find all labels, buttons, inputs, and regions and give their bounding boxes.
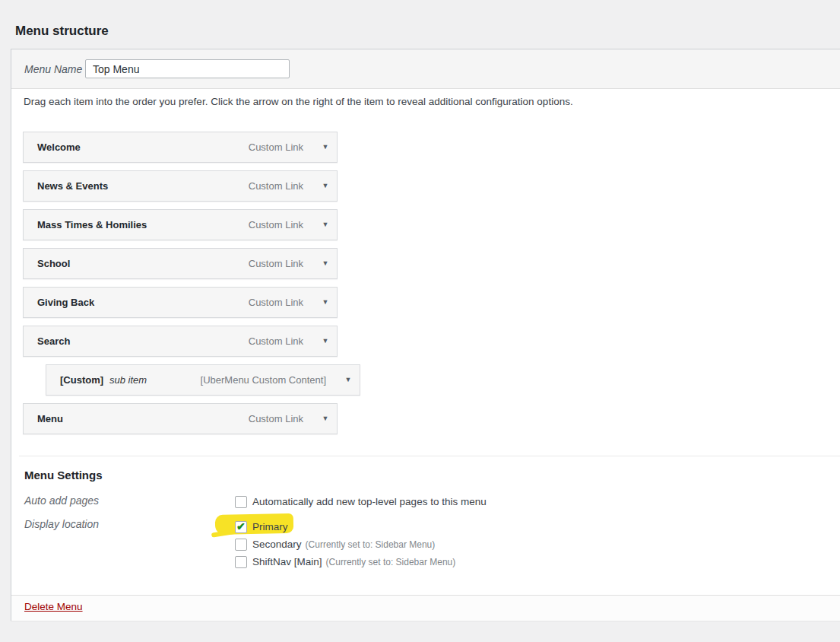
expand-arrow-icon[interactable]: ▼ <box>342 364 354 396</box>
menu-name-input[interactable] <box>85 59 290 78</box>
menu-settings-heading: Menu Settings <box>24 469 103 482</box>
expand-arrow-icon[interactable]: ▼ <box>319 132 331 163</box>
primary-checkbox-label: Primary <box>252 521 288 532</box>
menu-item-school[interactable]: School Custom Link ▼ <box>23 248 338 279</box>
shiftnav-checkbox[interactable] <box>235 556 247 568</box>
auto-add-pages-row: Automatically add new top-level pages to… <box>235 493 487 510</box>
expand-arrow-icon[interactable]: ▼ <box>319 326 331 357</box>
menu-item-welcome[interactable]: Welcome Custom Link ▼ <box>23 132 338 163</box>
menu-item-label: Menu <box>37 413 63 424</box>
secondary-checkbox-label: Secondary <box>252 539 302 550</box>
menu-item-label: Giving Back <box>37 297 94 308</box>
panel-footer: Delete Menu <box>11 595 840 621</box>
menu-name-header: Menu Name <box>11 49 840 89</box>
menu-item-type: Custom Link <box>249 180 303 192</box>
menu-item-label: News & Events <box>37 180 108 192</box>
primary-checkbox[interactable]: ✔ <box>235 521 247 533</box>
expand-arrow-icon[interactable]: ▼ <box>319 403 331 434</box>
secondary-checkbox[interactable] <box>235 539 247 551</box>
menu-item-label: [Custom] <box>60 374 103 386</box>
page-title: Menu structure <box>15 24 109 39</box>
auto-add-pages-label: Auto add pages <box>24 494 99 507</box>
menu-item-mass-times[interactable]: Mass Times & Homilies Custom Link ▼ <box>23 209 338 240</box>
secondary-current-setting-note: (Currently set to: Sidebar Menu) <box>306 539 436 550</box>
menu-item-type: [UberMenu Custom Content] <box>201 374 326 386</box>
menu-item-type: Custom Link <box>249 297 303 308</box>
menu-item-type: Custom Link <box>249 258 303 269</box>
menu-item-giving-back[interactable]: Giving Back Custom Link ▼ <box>23 287 338 318</box>
menu-editor-panel: Menu Name Drag each item into the order … <box>11 49 840 621</box>
display-location-label: Display location <box>24 518 99 530</box>
expand-arrow-icon[interactable]: ▼ <box>319 248 331 279</box>
expand-arrow-icon[interactable]: ▼ <box>319 287 331 318</box>
menu-item-label: Search <box>37 335 70 347</box>
menu-item-label: Welcome <box>37 141 81 153</box>
menu-item-menu[interactable]: Menu Custom Link ▼ <box>23 403 338 434</box>
check-icon: ✔ <box>236 520 246 532</box>
display-location-row-secondary: Secondary (Currently set to: Sidebar Men… <box>235 536 435 553</box>
auto-add-checkbox[interactable] <box>235 496 247 508</box>
drag-instruction: Drag each item into the order you prefer… <box>24 96 573 107</box>
menu-item-label: School <box>37 258 70 269</box>
menu-item-news-events[interactable]: News & Events Custom Link ▼ <box>23 170 338 202</box>
expand-arrow-icon[interactable]: ▼ <box>319 209 331 240</box>
menu-item-label: Mass Times & Homilies <box>37 219 147 230</box>
delete-menu-link[interactable]: Delete Menu <box>24 601 83 612</box>
menu-item-type: Custom Link <box>249 335 303 347</box>
menu-name-label: Menu Name <box>24 49 82 89</box>
menu-item-custom-sub[interactable]: [Custom] sub item [UberMenu Custom Conte… <box>46 364 360 396</box>
display-location-row-shiftnav: ShiftNav [Main] (Currently set to: Sideb… <box>235 553 455 570</box>
expand-arrow-icon[interactable]: ▼ <box>319 170 331 202</box>
menu-item-search[interactable]: Search Custom Link ▼ <box>23 326 338 357</box>
shiftnav-current-setting-note: (Currently set to: Sidebar Menu) <box>326 557 456 567</box>
shiftnav-checkbox-label: ShiftNav [Main] <box>252 556 322 567</box>
auto-add-checkbox-label: Automatically add new top-level pages to… <box>252 496 487 507</box>
menu-item-sublabel: sub item <box>109 374 147 386</box>
menu-item-type: Custom Link <box>249 413 303 424</box>
menu-item-type: Custom Link <box>249 219 303 230</box>
menu-item-type: Custom Link <box>249 141 303 153</box>
settings-separator <box>19 456 840 456</box>
